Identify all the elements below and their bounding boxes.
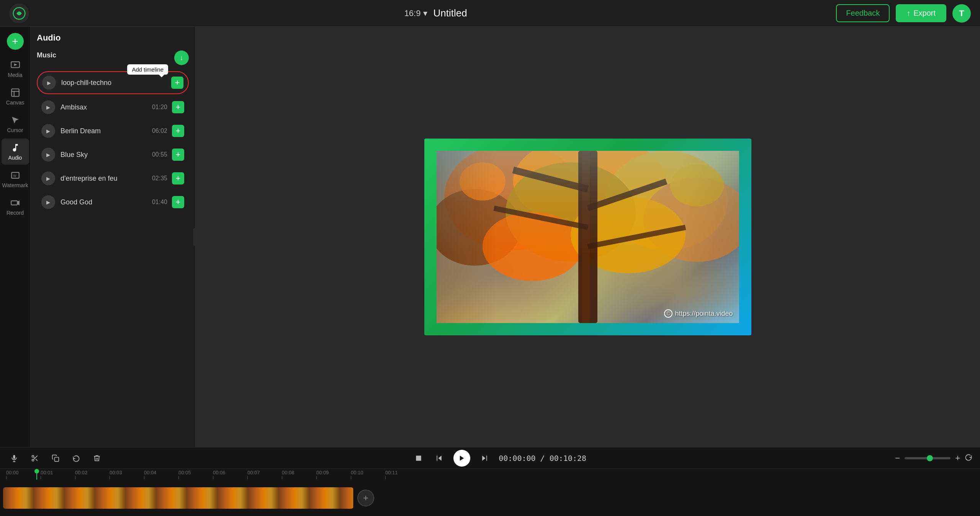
canvas-icon [10, 88, 20, 98]
canvas-area: © https://pointa.video [195, 27, 980, 447]
scissors-icon [31, 454, 39, 462]
svg-line-22 [588, 181, 666, 208]
zoom-out-button[interactable]: − [895, 453, 900, 463]
play-button-good-god[interactable]: ▶ [41, 195, 55, 209]
play-button-dentreprise[interactable]: ▶ [41, 171, 55, 185]
ruler-marks: 00:00 00:01 00:02 00:03 00:04 00:05 00:0… [3, 470, 977, 479]
timeline-zoom-controls: − + [895, 453, 972, 463]
cursor-icon [10, 115, 20, 125]
music-duration-ambisax: 01:20 [152, 104, 167, 111]
play-button-ambisax[interactable]: ▶ [41, 100, 55, 114]
play-button-berlin-dream[interactable]: ▶ [41, 124, 55, 138]
user-avatar[interactable]: T [952, 4, 971, 23]
svg-rect-8 [11, 201, 17, 205]
aspect-ratio-button[interactable]: 16:9 ▾ [404, 8, 427, 18]
music-item-good-god[interactable]: ▶ Good God 01:40 + [37, 191, 189, 213]
timeline-playback-controls: 00:00:00 / 00:10:28 [111, 450, 887, 467]
watermark: © https://pointa.video [664, 309, 733, 318]
download-button[interactable]: ↓ [174, 51, 189, 65]
left-nav: + Media Canvas Cursor [0, 27, 31, 447]
time-total: 00:10:28 [550, 454, 586, 463]
add-to-timeline-button-dentreprise[interactable]: + [172, 172, 184, 185]
add-to-timeline-button-berlin-dream[interactable]: + [172, 125, 184, 137]
undo-button[interactable] [70, 452, 83, 465]
prev-icon [435, 454, 443, 462]
music-item-berlin-dream[interactable]: ▶ Berlin Dream 06:02 + [37, 120, 189, 142]
trash-button[interactable] [90, 452, 103, 465]
ruler-mark-6: 00:06 [213, 470, 247, 479]
sidebar-item-audio[interactable]: Audio [2, 139, 29, 165]
svg-point-12 [513, 151, 666, 227]
prev-frame-button[interactable] [433, 452, 446, 465]
topbar-right: Feedback ↑ Export T [836, 4, 971, 23]
sidebar-item-watermark-label: Watermark [2, 182, 28, 188]
music-duration-berlin-dream: 06:02 [152, 127, 167, 134]
ruler-mark-10: 00:10 [351, 470, 385, 479]
music-item-ambisax[interactable]: ▶ Ambisax 01:20 + [37, 96, 189, 118]
add-to-timeline-button-good-god[interactable]: + [172, 196, 184, 208]
add-to-timeline-button-loop-chill-techno[interactable]: + [171, 77, 183, 89]
redo-button[interactable] [965, 453, 972, 463]
play-pause-button[interactable] [453, 450, 470, 467]
app-logo [9, 3, 29, 23]
mic-button[interactable] [8, 452, 21, 465]
zoom-thumb [927, 455, 933, 461]
sidebar-item-record-label: Record [7, 210, 24, 216]
panel-title: Audio [37, 33, 61, 43]
music-list: ▶ loop-chill-techno Add timeline + ▶ Amb… [37, 71, 189, 213]
add-to-timeline-button-ambisax[interactable]: + [172, 101, 184, 113]
video-preview: © https://pointa.video [437, 151, 739, 323]
svg-point-16 [506, 162, 636, 262]
svg-point-26 [670, 164, 724, 206]
music-item-blue-sky[interactable]: ▶ Blue Sky 00:55 + [37, 144, 189, 165]
next-frame-button[interactable] [478, 452, 491, 465]
video-track[interactable] [3, 487, 353, 509]
svg-point-14 [437, 189, 521, 266]
mic-icon [10, 454, 18, 462]
redo-icon [965, 453, 972, 461]
sidebar-item-watermark[interactable]: W Watermark [2, 166, 29, 192]
play-button-blue-sky[interactable]: ▶ [41, 148, 55, 162]
copy-button[interactable] [49, 452, 62, 465]
music-name-loop-chill-techno: loop-chill-techno [61, 79, 171, 87]
sidebar-item-record[interactable]: Record [2, 194, 29, 220]
scissors-button[interactable] [28, 452, 41, 465]
play-button-loop-chill-techno[interactable]: ▶ [42, 76, 56, 90]
sidebar-item-audio-label: Audio [8, 155, 22, 161]
svg-point-31 [32, 459, 34, 461]
panel-header: Audio [37, 33, 189, 43]
music-item-dentreprise[interactable]: ▶ d'entreprise en feu 02:35 + [37, 168, 189, 189]
feedback-button[interactable]: Feedback [836, 4, 890, 22]
zoom-in-button[interactable]: + [955, 453, 960, 463]
trash-icon [93, 454, 101, 462]
watermark-icon: © [664, 309, 672, 318]
export-button[interactable]: ↑ Export [896, 4, 946, 22]
audio-icon [10, 143, 20, 153]
zoom-slider[interactable] [905, 457, 951, 459]
svg-point-13 [605, 151, 728, 250]
svg-marker-37 [438, 456, 442, 460]
svg-point-30 [32, 455, 34, 457]
svg-point-25 [460, 162, 506, 201]
stop-button[interactable] [412, 452, 425, 465]
main-body: + Media Canvas Cursor [0, 27, 980, 447]
music-item-loop-chill-techno[interactable]: ▶ loop-chill-techno Add timeline + [37, 71, 189, 94]
svg-rect-3 [11, 89, 19, 96]
time-current: 00:00:00 [499, 454, 535, 463]
add-to-timeline-button-blue-sky[interactable]: + [172, 149, 184, 161]
topbar-center: 16:9 ▾ Untitled [35, 7, 836, 19]
sidebar-item-canvas[interactable]: Canvas [2, 83, 29, 109]
svg-rect-35 [55, 457, 59, 461]
music-name-ambisax: Ambisax [61, 103, 152, 111]
sidebar-item-media[interactable]: Media [2, 56, 29, 82]
sidebar-item-cursor[interactable]: Cursor [2, 111, 29, 137]
svg-point-11 [444, 151, 582, 250]
ruler-mark-7: 00:07 [247, 470, 282, 479]
svg-line-21 [513, 170, 588, 189]
add-track-button[interactable]: + [357, 490, 374, 506]
ruler-mark-1: 00:01 [41, 470, 75, 479]
add-timeline-tooltip: Add timeline [127, 64, 168, 75]
add-button[interactable]: + [7, 33, 24, 50]
svg-marker-39 [460, 456, 464, 461]
track-frame [3, 487, 353, 509]
